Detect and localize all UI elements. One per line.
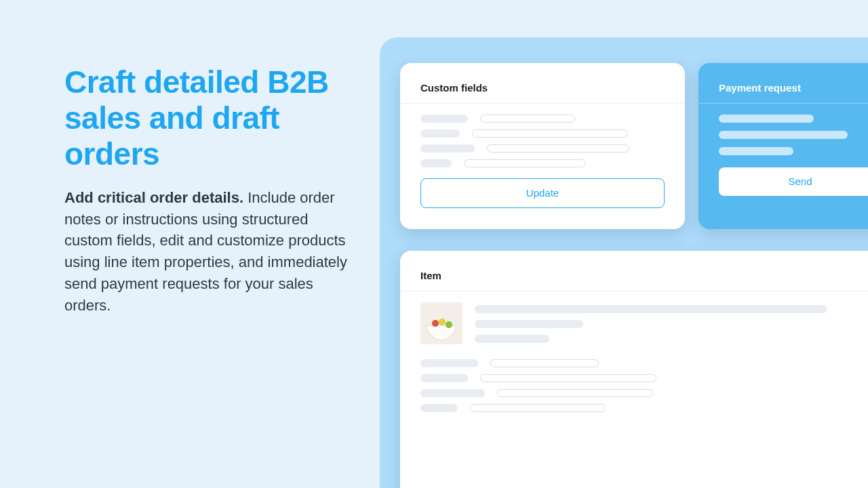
item-property-row (420, 404, 868, 412)
item-property-row (420, 389, 868, 397)
fruit-bowl-icon (427, 325, 456, 340)
custom-field-row (420, 115, 665, 123)
payment-line-placeholder (719, 131, 848, 139)
subcopy-body: Include order notes or instructions usin… (64, 189, 347, 314)
payment-request-card: Payment request Send (698, 63, 868, 229)
property-input-placeholder (497, 389, 653, 397)
mockup-stage: Custom fields Update Payment request (380, 37, 868, 488)
property-label-placeholder (420, 374, 468, 382)
item-property-row (420, 374, 868, 382)
payment-request-rows (719, 115, 868, 155)
property-label-placeholder (420, 359, 478, 367)
item-header-row (420, 302, 868, 344)
subcopy: Add critical order details. Include orde… (64, 187, 349, 317)
field-input-placeholder (487, 144, 629, 152)
property-input-placeholder (490, 359, 599, 367)
subcopy-lead: Add critical order details. (64, 189, 243, 206)
send-button[interactable]: Send (719, 167, 868, 196)
item-property-row (420, 359, 868, 367)
field-input-placeholder (472, 129, 628, 138)
field-label-placeholder (420, 115, 468, 123)
item-line-placeholder (475, 335, 549, 343)
item-line-placeholder (475, 320, 583, 328)
property-label-placeholder (420, 389, 485, 397)
field-label-placeholder (420, 129, 460, 138)
field-label-placeholder (420, 144, 475, 152)
item-thumbnail (420, 302, 462, 344)
payment-line-placeholder (719, 147, 793, 155)
custom-fields-rows (420, 115, 665, 167)
property-input-placeholder (480, 374, 656, 382)
divider (698, 103, 868, 104)
item-card: Item (400, 251, 868, 488)
field-label-placeholder (420, 159, 452, 167)
update-button[interactable]: Update (420, 178, 665, 208)
property-label-placeholder (420, 404, 458, 412)
custom-fields-card: Custom fields Update (400, 63, 685, 229)
custom-field-row (420, 159, 665, 167)
field-input-placeholder (480, 115, 575, 123)
custom-field-row (420, 129, 665, 138)
item-property-rows (420, 359, 868, 412)
headline: Craft detailed B2B sales and draft order… (64, 64, 349, 172)
field-input-placeholder (464, 159, 586, 167)
item-line-placeholder (475, 305, 827, 313)
property-input-placeholder (470, 404, 606, 412)
divider (400, 103, 685, 104)
item-title: Item (420, 270, 868, 281)
custom-fields-title: Custom fields (420, 82, 665, 94)
custom-field-row (420, 144, 665, 152)
divider (400, 291, 868, 291)
payment-request-title: Payment request (719, 82, 868, 94)
payment-line-placeholder (719, 115, 814, 123)
